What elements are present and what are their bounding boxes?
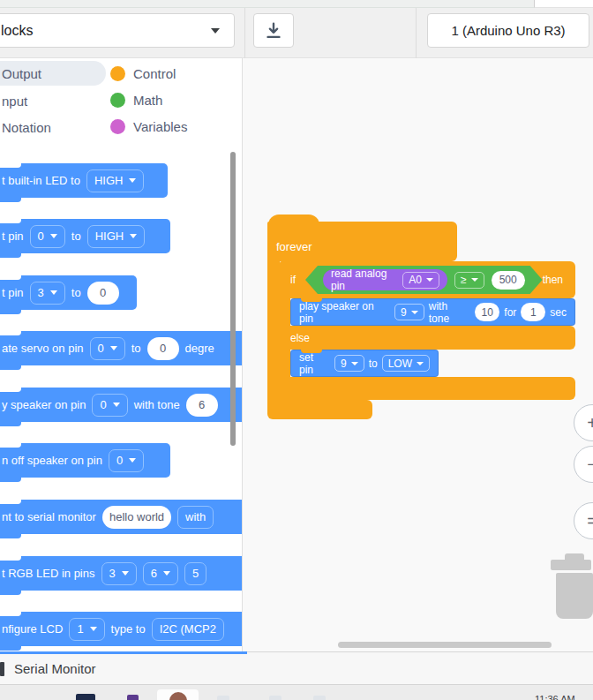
block-text: to (369, 358, 378, 370)
lcd-dropdown[interactable]: 1 (69, 618, 104, 641)
if-block[interactable]: if read analog pin A0 ≥ 500 then (280, 261, 575, 298)
pin-dropdown[interactable]: 3 (30, 282, 65, 305)
block-print-serial-monitor[interactable]: nt to serial monitor hello world with (0, 500, 243, 534)
else-row[interactable]: else (280, 326, 575, 350)
trash-icon[interactable] (556, 573, 593, 619)
math-category-dot (110, 93, 125, 108)
category-input[interactable]: nput (2, 94, 27, 109)
block-text: to (71, 286, 81, 299)
palette-scrollbar[interactable] (230, 152, 236, 446)
set-pin-block[interactable]: set pin 9 to LOW (290, 350, 439, 377)
taskbar-app-icon[interactable] (269, 696, 281, 700)
message-input[interactable]: hello world (102, 506, 171, 529)
reset-zoom-icon: = (587, 511, 593, 531)
blocks-dropdown[interactable]: locks (0, 13, 235, 48)
taskbar-app-icon[interactable] (313, 696, 326, 700)
control-category-dot (110, 66, 125, 81)
block-text: nfigure LCD (2, 622, 63, 636)
category-control[interactable]: Control (133, 66, 176, 81)
top-right-panel-edge (534, 0, 593, 8)
category-math[interactable]: Math (133, 93, 162, 108)
download-icon (264, 21, 283, 41)
active-tab-indicator (0, 651, 247, 654)
block-text: t built-in LED to (2, 174, 80, 187)
block-text: to (71, 230, 81, 243)
variables-category-dot (110, 119, 125, 134)
download-button[interactable] (253, 13, 294, 48)
value-input[interactable]: 0 (87, 282, 119, 305)
then-label: then (543, 274, 563, 286)
comparison-block[interactable]: read analog pin A0 ≥ 500 (305, 266, 543, 294)
value-dropdown[interactable]: LOW (382, 355, 430, 372)
taskbar-app-icon[interactable] (217, 696, 229, 700)
value-dropdown[interactable]: HIGH (86, 169, 145, 192)
pin-dropdown[interactable]: 6 (143, 562, 178, 585)
pin-dropdown[interactable]: 0 (109, 449, 144, 472)
pin-dropdown[interactable]: 9 (334, 355, 364, 372)
block-text: t RGB LED in pins (2, 567, 95, 580)
serial-monitor-bar[interactable]: Serial Monitor (0, 651, 593, 684)
block-text: t pin (2, 286, 24, 299)
os-taskbar: 11:36 AM (0, 684, 593, 700)
forever-block[interactable]: forever (267, 222, 457, 261)
if-label: if (290, 274, 296, 286)
threshold-input[interactable]: 500 (492, 271, 525, 290)
pin-dropdown[interactable]: 0 (92, 394, 127, 417)
block-set-pin-digital[interactable]: t pin 0 to HIGH (0, 219, 170, 253)
block-turn-off-speaker[interactable]: n off speaker on pin 0 (0, 443, 170, 478)
taskbar-app-icon[interactable] (157, 689, 199, 700)
canvas-horizontal-scrollbar[interactable] (338, 642, 552, 648)
tone-input[interactable]: 6 (186, 394, 218, 417)
board-dropdown[interactable]: 1 (Arduino Uno R3) (427, 13, 589, 48)
blocks-dropdown-label: locks (1, 23, 33, 39)
pin-dropdown[interactable]: 3 (101, 562, 137, 585)
toolbar-divider (416, 8, 417, 58)
with-dropdown[interactable]: with (177, 506, 214, 529)
forever-block-arm[interactable] (267, 256, 280, 406)
analog-pin-dropdown[interactable]: A0 (402, 272, 439, 289)
operator-dropdown[interactable]: ≥ (454, 272, 484, 289)
block-configure-lcd[interactable]: nfigure LCD 1 type to I2C (MCP2 (0, 612, 243, 646)
avatar (169, 692, 187, 700)
degrees-input[interactable]: 0 (147, 337, 179, 360)
block-text: degre (185, 342, 214, 355)
seconds-input[interactable]: 1 (521, 303, 545, 321)
block-text: type to (111, 622, 146, 636)
category-output[interactable]: Output (0, 61, 106, 86)
category-annotation[interactable]: Notation (2, 120, 51, 135)
pin-dropdown[interactable]: 0 (90, 337, 125, 360)
block-set-pin-analog[interactable]: t pin 3 to 0 (0, 275, 137, 310)
lcd-type-dropdown[interactable]: I2C (MCP2 (152, 618, 224, 641)
else-label: else (290, 332, 310, 344)
toolbar: locks 1 (Arduino Uno R3) (0, 8, 593, 58)
plus-icon: + (587, 413, 593, 433)
pin-dropdown[interactable]: 5 (184, 562, 206, 585)
serial-monitor-icon (0, 662, 4, 676)
pin-dropdown[interactable]: 9 (394, 304, 424, 320)
block-play-speaker[interactable]: y speaker on pin 0 with tone 6 (0, 388, 243, 422)
serial-monitor-label: Serial Monitor (14, 661, 96, 676)
pin-dropdown[interactable]: 0 (30, 225, 65, 248)
board-dropdown-label: 1 (Arduino Uno R3) (451, 23, 565, 38)
forever-block-bottom[interactable] (267, 400, 372, 419)
block-rotate-servo[interactable]: ate servo on pin 0 to 0 degre (0, 331, 243, 365)
chevron-down-icon (211, 28, 220, 34)
block-text: ate servo on pin (2, 342, 84, 355)
play-speaker-block[interactable]: play speaker on pin 9 with tone 10 for 1… (290, 298, 575, 326)
block-text: with tone (429, 300, 471, 325)
category-variables[interactable]: Variables (133, 119, 187, 134)
block-set-builtin-led[interactable]: t built-in LED to HIGH (0, 163, 168, 198)
value-dropdown[interactable]: HIGH (87, 225, 146, 248)
app-window: locks 1 (Arduino Uno R3) Output nput Not… (0, 0, 593, 700)
taskbar-app-icon[interactable] (127, 695, 139, 700)
trash-icon[interactable] (551, 560, 591, 570)
taskbar-app-icon[interactable] (76, 694, 95, 700)
tone-input[interactable]: 10 (475, 303, 499, 321)
block-text: to (131, 342, 141, 355)
minus-icon: − (587, 455, 593, 475)
if-block-bottom[interactable] (280, 377, 575, 400)
block-text: for (504, 306, 516, 319)
read-analog-pin-block[interactable]: read analog pin A0 (323, 269, 447, 290)
block-text: set pin (299, 351, 330, 376)
block-set-rgb-led[interactable]: t RGB LED in pins 3 6 5 (0, 556, 243, 591)
